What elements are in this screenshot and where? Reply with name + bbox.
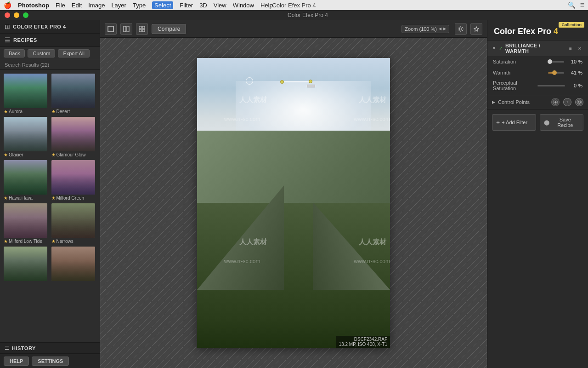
filter-thumb-glacier	[4, 117, 47, 151]
filter-item-glamour-glow[interactable]: ★Glamour Glow	[51, 117, 96, 157]
filter-item-hawaii-lava[interactable]: ★Hawaii Iava	[4, 160, 49, 201]
settings-icon-button[interactable]	[455, 23, 467, 35]
search-icon[interactable]: 🔍	[568, 1, 576, 9]
menu-view[interactable]: View	[214, 2, 226, 9]
menu-help[interactable]: Help	[260, 2, 273, 9]
filter-label-milford-low-tide: ★Milford Low Tide	[4, 239, 49, 244]
menu-filter[interactable]: Filter	[180, 2, 193, 9]
filter-thumb-extra-1	[4, 247, 47, 281]
menu-type[interactable]: Type	[133, 2, 146, 9]
filter-item-milford-green[interactable]: ★Milford Green	[51, 160, 96, 201]
right-panel: Color Efex Pro 4 Collection ▼ ✓ BRILLIAN…	[487, 20, 588, 368]
cp-plus-icon[interactable]: +	[563, 98, 571, 106]
cp-expand-icon[interactable]: ▶	[492, 100, 495, 104]
perceptual-slider[interactable]	[537, 85, 565, 86]
menu-layer[interactable]: Layer	[111, 2, 126, 9]
menu-select[interactable]: Select	[152, 1, 173, 9]
main-image: DSCF2342.RAF 13.2 MP, ISO 400, X-T1 人人素材…	[197, 58, 390, 348]
close-button[interactable]	[5, 12, 10, 18]
section-check[interactable]: ✓	[499, 46, 503, 51]
title-bar: Color Efex Pro 4	[0, 10, 588, 20]
app-container: ⊞ COLOR EFEX PRO 4 ☰ RECIPES Back Custom…	[0, 20, 588, 368]
filter-thumb-glamour	[51, 117, 95, 151]
cp-remove-button[interactable]	[575, 98, 583, 106]
filter-item-desert[interactable]: ★Desert	[51, 74, 96, 114]
filter-thumb-milford-green	[51, 160, 95, 195]
add-filter-button[interactable]: + + Add Filter	[492, 114, 536, 131]
maximize-button[interactable]	[23, 12, 28, 18]
help-button[interactable]: HELP	[4, 356, 29, 366]
image-container: DSCF2342.RAF 13.2 MP, ISO 400, X-T1 人人素材…	[197, 58, 390, 348]
menu-bar: 🍎 Photoshop File Edit Image Layer Type S…	[0, 0, 588, 10]
cp-label: Control Points	[498, 99, 548, 105]
saturation-thumb[interactable]	[548, 59, 552, 64]
warmth-slider[interactable]	[548, 72, 564, 74]
view-split-button[interactable]	[120, 23, 132, 35]
history-icon: ☰	[5, 345, 9, 351]
menu-image[interactable]: Image	[88, 2, 105, 9]
save-recipe-icon: ⬤	[544, 120, 549, 126]
filter-label-aurora: ★Aurora	[4, 109, 49, 114]
svg-rect-6	[142, 29, 145, 32]
warmth-thumb[interactable]	[552, 70, 557, 75]
section-icon-settings[interactable]: ≡	[567, 45, 574, 52]
toolbar-top: Compare Zoom (100 %) ◀ ▶	[100, 20, 487, 38]
filter-item-aurora[interactable]: ★Aurora	[4, 74, 49, 114]
filter-section-name: BRILLIANCE / WARMTH	[505, 43, 564, 54]
zoom-left-arrow[interactable]: ◀	[439, 27, 441, 31]
section-icon-x[interactable]: ✕	[576, 45, 583, 52]
filter-thumb-hawaii	[4, 160, 47, 195]
svg-rect-1	[124, 26, 126, 32]
menu-edit[interactable]: Edit	[72, 2, 82, 9]
filter-item-extra-2[interactable]	[51, 247, 96, 282]
svg-rect-5	[139, 29, 141, 32]
menu-window[interactable]: Window	[233, 2, 254, 9]
add-filter-plus-icon: +	[496, 119, 500, 126]
filter-thumb-extra-2	[51, 247, 95, 281]
filter-item-glacier[interactable]: ★Glacier	[4, 117, 49, 157]
minimize-button[interactable]	[14, 12, 19, 18]
compare-button[interactable]: Compare	[152, 24, 186, 34]
filter-item-extra-1[interactable]	[4, 247, 49, 282]
saturation-slider[interactable]	[548, 61, 564, 63]
view-single-button[interactable]	[105, 23, 117, 35]
back-button[interactable]: Back	[4, 49, 25, 58]
custom-button[interactable]: Custom	[28, 49, 55, 58]
zoom-right-arrow[interactable]: ▶	[443, 27, 446, 31]
filter-thumb-desert	[51, 74, 95, 108]
save-recipe-button[interactable]: ⬤ Save Recipe	[540, 114, 584, 131]
window-title: Color Efex Pro 4	[272, 2, 316, 9]
zoom-control[interactable]: Zoom (100 %) ◀ ▶	[401, 25, 449, 33]
recipes-title: RECIPES	[13, 37, 37, 43]
filter-thumb-milford-low	[4, 203, 47, 238]
filter-section-header[interactable]: ▼ ✓ BRILLIANCE / WARMTH ≡ ✕	[487, 40, 588, 56]
list-icon[interactable]: ≡	[580, 1, 584, 9]
filter-grid: ★Aurora ★Desert ★Glacier	[0, 70, 100, 342]
svg-point-7	[460, 28, 462, 30]
menu-3d[interactable]: 3D	[199, 2, 207, 9]
filter-label-desert: ★Desert	[51, 109, 96, 114]
history-title: HISTORY	[12, 345, 36, 351]
filter-item-milford-low-tide[interactable]: ★Milford Low Tide	[4, 203, 49, 244]
export-all-button[interactable]: Export All	[58, 49, 89, 58]
image-info: DSCF2342.RAF 13.2 MP, ISO 400, X-T1	[336, 336, 390, 348]
perceptual-saturation-row: Perceptual Saturation 0 %	[487, 78, 588, 95]
settings-button[interactable]: SETTINGS	[32, 356, 69, 366]
sidebar-header-recipes: ☰ RECIPES	[0, 34, 100, 47]
image-filename: DSCF2342.RAF	[354, 337, 387, 342]
sidebar-header-cep: ⊞ COLOR EFEX PRO 4	[0, 20, 100, 34]
cp-add-button[interactable]	[551, 98, 560, 106]
view-quad-button[interactable]	[136, 23, 148, 35]
title-bar-title: Color Efex Pro 4	[32, 12, 583, 18]
warmth-row: Warmth 41 %	[487, 67, 588, 78]
filter-label-hawaii-lava: ★Hawaii Iava	[4, 196, 49, 201]
menu-file[interactable]: File	[56, 2, 65, 9]
left-sidebar: ⊞ COLOR EFEX PRO 4 ☰ RECIPES Back Custom…	[0, 20, 100, 368]
extra-icon-button[interactable]	[470, 23, 482, 35]
action-row: + + Add Filter ⬤ Save Recipe	[487, 109, 588, 135]
filter-label-milford-green: ★Milford Green	[51, 196, 96, 201]
filter-item-narrows[interactable]: ★Narrows	[51, 203, 96, 244]
menu-photoshop[interactable]: Photoshop	[18, 2, 49, 9]
apple-menu[interactable]: 🍎	[4, 1, 11, 9]
search-results-label: Search Results (22)	[0, 60, 100, 70]
